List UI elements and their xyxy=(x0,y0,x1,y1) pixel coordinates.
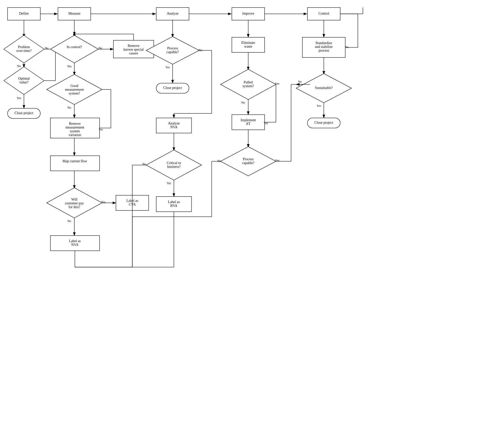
problem-overtime-text1: Problem xyxy=(18,45,30,49)
yes-label-process2: Yes xyxy=(275,159,279,162)
remove-special-text2: known special xyxy=(123,48,144,51)
remove-meas-text4: variation xyxy=(69,133,81,137)
process-cap1-text2: capable? xyxy=(167,50,179,54)
close-project-3-text: Close project xyxy=(314,121,333,124)
willpay-text3: for this? xyxy=(69,205,80,209)
map-current-flow-box xyxy=(50,156,100,171)
analyze-nva-text2: NVA xyxy=(170,125,178,129)
no-label-pulled: No xyxy=(241,101,245,104)
problem-overtime-text2: over-time? xyxy=(16,49,32,53)
process-cap2-text2: capable? xyxy=(242,161,255,165)
analyze-nva-text1: Analyze xyxy=(168,121,180,125)
willpay-text1: Will xyxy=(71,198,77,201)
no-label-goodmeas: No xyxy=(68,106,71,109)
critical-text2: business? xyxy=(167,165,181,169)
process-cap2-text1: Process xyxy=(243,157,254,161)
yes-label-pulled: Yes xyxy=(275,82,279,85)
sustainable-text: Sustainable? xyxy=(315,86,333,90)
define-label: Define xyxy=(19,12,29,15)
improve-label: Improve xyxy=(242,12,254,15)
critical-text1: Critical to xyxy=(167,161,181,165)
standardize-text2: and stabilize xyxy=(315,45,333,49)
yes-label-incontrol: Yes xyxy=(67,65,72,68)
no-label-process1: No xyxy=(199,48,202,52)
yes-label-optimal: Yes xyxy=(17,96,21,100)
yes-label-willpay: Yes xyxy=(101,200,106,204)
no-label-process2: No xyxy=(217,159,221,163)
yes-label-jit: Yes xyxy=(264,121,268,125)
standardize-text3: process xyxy=(319,49,329,52)
jit-text1: Implement xyxy=(241,118,256,122)
good-meas-text1: Good xyxy=(70,84,78,88)
eliminate-text2: waste xyxy=(244,45,252,48)
label-bva-text2: BVA xyxy=(170,204,178,208)
pulled-text1: Pulled xyxy=(244,80,253,84)
no-label-willpay: No xyxy=(68,219,71,223)
diamond-in-control xyxy=(50,35,98,63)
measure-label: Measure xyxy=(68,12,80,15)
map-current-text1: Map current flow xyxy=(62,159,87,163)
close-project-1-text: Close project xyxy=(15,111,33,115)
no-label-down-problem: No xyxy=(17,64,21,68)
willpay-text2: customer pay xyxy=(65,201,84,205)
diagram-container: Define Measure Analyze Improve Control P… xyxy=(0,0,504,442)
no-label-sustainable: No xyxy=(298,80,302,83)
label-nva-text1: Label as xyxy=(69,239,81,243)
yes-label-remove-meas: Yes xyxy=(99,128,103,131)
label-nva-text2: NVA xyxy=(71,243,79,247)
remove-special-text3: causes xyxy=(129,51,138,55)
process-cap1-text1: Process xyxy=(167,46,178,50)
jit-text2: JIT xyxy=(246,122,251,126)
optimal-value-text2: value? xyxy=(19,80,29,84)
yes-label-critical: Yes xyxy=(167,181,171,185)
analyze-label: Analyze xyxy=(167,12,179,15)
in-control-text1: In control? xyxy=(67,45,82,49)
remove-special-text1: Remove xyxy=(128,44,140,48)
no-label-standardize: No xyxy=(345,45,349,49)
label-bva-text1: Label as xyxy=(168,200,180,204)
yes-label-process1: Yes xyxy=(165,66,170,69)
pulled-text2: system? xyxy=(242,84,254,88)
optimal-value-text1: Optimal xyxy=(18,77,30,80)
close-project-2-text: Close project xyxy=(163,86,182,90)
eliminate-text1: Eliminate xyxy=(241,41,255,45)
control-label: Control xyxy=(319,12,329,15)
remove-meas-text3: system xyxy=(70,129,80,133)
good-meas-text3: system? xyxy=(69,91,80,95)
yes-label-sustainable: Yes xyxy=(317,104,321,108)
good-meas-text2: measurement xyxy=(65,88,84,91)
standardize-text1: Standardize xyxy=(316,41,332,45)
remove-meas-text1: Remove xyxy=(69,122,81,125)
remove-meas-text2: measurement xyxy=(66,125,84,129)
